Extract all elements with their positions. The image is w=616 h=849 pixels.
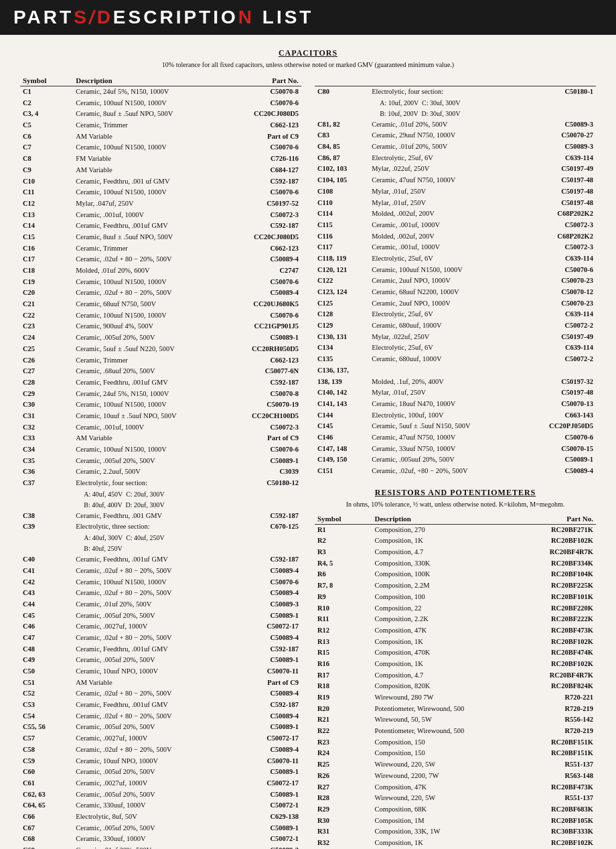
symbol-cell: C31 [20,411,73,422]
table-row: C30Ceramic, 100uuf N1500, 1000VC50070-19 [20,399,301,411]
partno-cell: C50197-48 [523,175,596,186]
table-row: B: 40uf, 400V D: 20uf, 300V [20,500,301,511]
partno-cell: C50180-1 [523,86,596,98]
desc-cell: Ceramic, 5uuf ± .5uuf N150, 500V [369,421,523,432]
table-row: C1Ceramic, 24uf 5%, N150, 1000VC50070-8 [20,86,301,98]
partno-cell: RC20BF222K [520,614,596,625]
resistors-title: RESISTORS AND POTENTIOMETERS [315,488,596,498]
desc-cell: Mylar, .01uf, 250V [369,198,523,209]
table-row: C53Ceramic, Feedthru, .001uf GMVC592-187 [20,700,301,711]
symbol-cell: C145 [315,421,369,432]
capacitors-title: CAPACITORS [20,48,596,58]
partno-cell: RC20BF220K [520,603,596,614]
symbol-cell: C128 [315,309,369,320]
symbol-cell: C60 [20,767,73,778]
desc-cell: Composition, 1K [372,637,520,648]
table-row: C8FM VariableC726-116 [20,153,301,165]
capacitors-section: CAPACITORS 10% tolerance for all fixed c… [20,48,596,74]
table-row: R7, 8Composition, 2.2MRC20BF225K [315,580,596,592]
symbol-cell: C44 [20,599,73,610]
partno-cell: C50197-48 [523,186,596,198]
desc-cell: Electrolytic, 8uf, 50V [73,811,226,823]
symbol-cell: C7 [20,142,73,153]
res-col-symbol: Symbol [315,513,372,525]
table-row: R19Wirewound, 280 7WR720-221 [315,692,596,704]
desc-cell: Ceramic, .02uf + 80 − 20%, 500V [73,744,226,756]
symbol-cell: R13 [315,637,372,648]
main-content: CAPACITORS 10% tolerance for all fixed c… [0,35,616,849]
symbol-cell: C104, 105 [315,175,369,186]
table-row: C83Ceramic, 29uuf N750, 1000VC50070-27 [315,130,596,141]
desc-cell: Ceramic, 29uuf N750, 1000V [369,130,523,141]
table-row: B: 40uf, 250V [20,543,301,554]
table-row: C67Ceramic, .005uf 20%, 500VC50089-1 [20,823,301,834]
table-row: C144Electrolytic, 100uf, 100VC663-143 [315,410,596,421]
table-row: R1Composition, 270RC20BF271K [315,524,596,535]
partno-cell: C50070-6 [226,187,301,198]
partno-cell: C50089-1 [226,722,301,733]
partno-cell: C50070-6 [226,444,301,456]
symbol-cell: C67 [20,823,73,834]
partno-cell: C50072-1 [226,834,301,845]
partno-cell: C50089-4 [226,566,301,577]
desc-cell: Ceramic, Trimmer [73,355,226,367]
symbol-cell: C102, 103 [315,164,369,175]
desc-cell: Ceramic, Feedthru, .001 GMV [73,511,226,522]
symbol-cell: C41 [20,566,73,577]
partno-cell: RC20BF104K [520,569,596,580]
table-row: C19Ceramic, 100uuf N1500, 1000VC50070-6 [20,277,301,288]
table-row: C47Ceramic, .02uf + 80 − 20%, 500VC50089… [20,633,301,644]
symbol-cell: C5 [20,120,73,131]
table-row: C59Ceramic, 10uuf NPO, 1000VC50070-11 [20,756,301,767]
symbol-cell: C83 [315,130,369,141]
desc-cell: Ceramic, 5uuf ± .5uuf N220, 500V [73,344,226,355]
symbol-cell: R31 [315,826,372,838]
res-col-partno: Part No. [520,513,596,525]
symbol-cell: C147, 148 [315,444,369,455]
partno-cell: C3039 [226,466,301,478]
table-row: C3, 4Ceramic, 8uuf ± .5uuf NPO, 500VCC20… [20,109,301,120]
partno-cell: C50089-3 [226,599,301,610]
desc-cell: Composition, 47K [372,625,520,637]
table-row: C151Ceramic, .02uf, +80 − 20%, 500VC5008… [315,466,596,477]
partno-cell: C50070-8 [226,389,301,400]
desc-cell: Potentiometer, Wirewound, 500 [372,704,520,715]
partno-cell: C50180-12 [226,478,301,489]
symbol-cell: C62, 63 [20,789,73,801]
partno-cell: Part of C9 [226,131,301,143]
partno-cell: C50070-11 [226,756,301,767]
partno-cell: C50089-1 [226,767,301,778]
symbol-cell: R16 [315,659,372,670]
table-row: C46Ceramic, .0027uf, 1000VC50072-17 [20,621,301,633]
partno-cell: C639-114 [523,153,596,164]
partno-cell: C50070-27 [523,130,596,141]
symbol-cell: C129 [315,320,369,332]
table-row: C57Ceramic, .0027uf, 1000VC50072-17 [20,733,301,744]
symbol-cell: R1 [315,524,372,535]
symbol-cell: C33 [20,433,73,444]
table-row: C61Ceramic, .0027uf, 1000VC50072-17 [20,778,301,789]
desc-cell: Ceramic, 2.2uuf, 500V [73,466,226,478]
table-row: C54Ceramic, .02uf + 80 − 20%, 500VC50089… [20,711,301,722]
partno-cell: C50072-3 [226,422,301,434]
symbol-cell: C110 [315,198,369,209]
symbol-cell: C20 [20,287,73,299]
symbol-cell: R15 [315,647,372,659]
partno-cell: C50089-4 [226,688,301,700]
partno-cell: C50089-4 [226,254,301,265]
symbol-cell: C29 [20,389,73,400]
table-row: R16Composition, 1KRC20BF102K [315,659,596,670]
symbol-cell: 138, 139 [315,377,369,388]
symbol-cell: C50 [20,666,73,677]
table-row: B: 10uf, 200V D: 30uf, 300V [315,109,596,119]
table-row: C80Electrolytic, four section:C50180-1 [315,86,596,98]
desc-cell: AM Variable [73,131,226,143]
partno-cell: C50072-17 [226,621,301,633]
symbol-cell: C16 [20,243,73,255]
table-row: C51AM VariablePart of C9 [20,677,301,689]
table-row: C136, 137, [315,365,596,377]
table-row: C125Ceramic, 2uuf NPO, 1000VC50070-23 [315,298,596,310]
desc-cell: Composition, 270 [372,524,520,535]
table-row: C86, 87Electrolytic, 25uf, 6VC639-114 [315,153,596,164]
table-row: C6AM VariablePart of C9 [20,131,301,143]
